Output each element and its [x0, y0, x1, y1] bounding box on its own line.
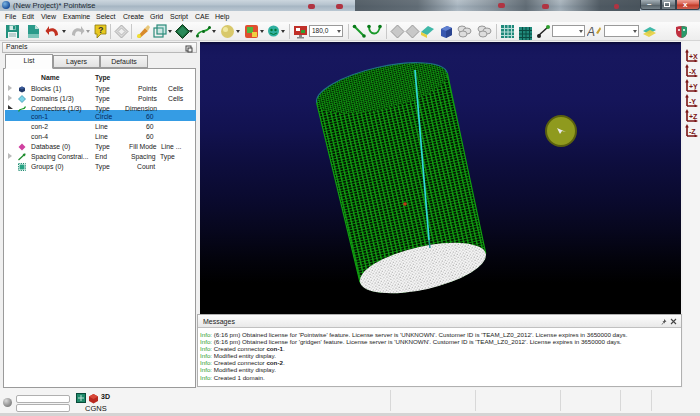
svg-text:-X: -X: [689, 68, 696, 75]
svg-text:?: ?: [98, 25, 104, 35]
svg-text:+Z: +Z: [689, 113, 698, 120]
svg-text:+Y: +Y: [689, 83, 698, 90]
svg-text:-Z: -Z: [689, 128, 696, 135]
svg-text:-Y: -Y: [689, 98, 696, 105]
svg-text:A: A: [587, 25, 595, 39]
svg-text:+X: +X: [689, 53, 698, 60]
